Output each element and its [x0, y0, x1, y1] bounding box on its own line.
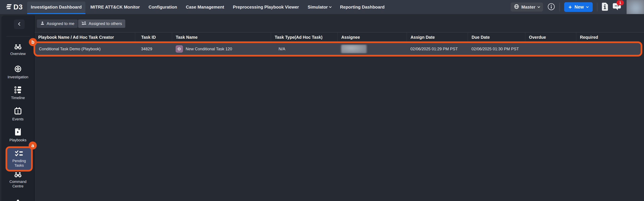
- release-notes-button[interactable]: [602, 2, 608, 12]
- table-row[interactable]: Conditional Task Demo (Playbook) 34829 N…: [35, 43, 641, 55]
- playbook-icon: [14, 128, 21, 136]
- task-name-text: New Conditional Task 120: [186, 46, 232, 51]
- column-header-assignee: Assignee: [338, 32, 407, 42]
- sidebar-item-events[interactable]: Events: [1, 107, 34, 121]
- column-header-task-name: Task Name: [172, 32, 271, 42]
- checklist-icon: [15, 150, 24, 157]
- sidebar-item-timeline[interactable]: Timeline: [1, 86, 34, 100]
- assignee-redacted: [341, 44, 366, 54]
- annotation-badge-b: b: [29, 38, 37, 46]
- sidebar-item-label: Playbooks: [10, 138, 26, 142]
- sidebar-divider: [6, 36, 30, 36]
- divider: [597, 3, 598, 12]
- tab-investigation-dashboard[interactable]: Investigation Dashboard: [27, 2, 85, 12]
- tab-label: Simulator: [308, 4, 328, 10]
- navbar-right-cluster: Master + New: [511, 0, 644, 14]
- sidebar-item-overview[interactable]: Overview: [1, 44, 34, 56]
- sidebar-item-investigation[interactable]: Investigation: [1, 65, 34, 79]
- sidebar-item-label: Timeline: [11, 96, 25, 100]
- globe-icon: [514, 4, 519, 10]
- sidebar-item-label: Command Centre: [8, 179, 28, 188]
- chevron-left-icon: [17, 22, 22, 27]
- sidebar-item-playbooks[interactable]: Playbooks: [1, 128, 34, 142]
- filter-label: Assigned to others: [88, 21, 122, 26]
- tab-mitre-attack-monitor[interactable]: MITRE ATT&CK Monitor: [87, 2, 144, 12]
- info-icon: [548, 3, 555, 11]
- notification-badge: 1: [616, 0, 624, 5]
- tab-configuration[interactable]: Configuration: [145, 2, 181, 12]
- chevron-down-icon: [586, 5, 589, 8]
- sidebar-item-label: Overview: [10, 52, 26, 56]
- annotation-badge-a: a: [29, 142, 37, 150]
- cell-task-type: N/A: [271, 46, 338, 51]
- column-header-required: Required: [576, 32, 644, 42]
- column-header-assign-date: Assign Date: [407, 32, 468, 42]
- tab-simulator[interactable]: Simulator: [304, 2, 335, 12]
- tab-label: Preprocessing Playbook Viewer: [233, 4, 299, 10]
- d3-logo[interactable]: D3: [6, 3, 23, 11]
- chat-notifications-button[interactable]: 1: [612, 3, 621, 11]
- column-header-task-id: Task ID: [135, 32, 172, 42]
- column-header-overdue: Overdue: [525, 32, 576, 42]
- people-group-icon: [82, 21, 86, 26]
- chevron-down-icon: [329, 5, 332, 8]
- pending-tasks-table-header: Playbook Name / Ad Hoc Task Creator Task…: [34, 32, 644, 42]
- tab-preprocessing-playbook-viewer[interactable]: Preprocessing Playbook Viewer: [229, 2, 302, 12]
- conditional-task-icon: [176, 45, 183, 53]
- sidebar-item-label: Investigation: [8, 75, 28, 79]
- binoculars-icon: [14, 44, 22, 50]
- target-icon: [14, 65, 22, 74]
- cell-due-date: 02/06/2025 01:30 PM PST: [468, 46, 525, 51]
- assignment-filter-group: Assigned to me Assigned to others: [37, 20, 125, 28]
- sidebar-collapse-button[interactable]: [14, 20, 25, 29]
- cell-task-id: 34829: [135, 46, 172, 51]
- info-button[interactable]: [548, 3, 555, 11]
- cell-task-name: New Conditional Task 120: [172, 45, 271, 53]
- calendar-alert-icon: [14, 107, 22, 116]
- divider: [560, 3, 560, 12]
- sidebar-item-label: Events: [12, 117, 24, 121]
- logo-text: D3: [14, 3, 23, 11]
- column-header-due-date: Due Date: [468, 32, 525, 42]
- tab-label: MITRE ATT&CK Monitor: [90, 4, 140, 10]
- environment-label: Master: [522, 4, 536, 10]
- tab-reporting-dashboard[interactable]: Reporting Dashboard: [336, 2, 388, 12]
- sidebar-item-pending-tasks[interactable]: Pending Tasks: [7, 148, 31, 170]
- assigned-to-others-button[interactable]: Assigned to others: [78, 20, 125, 28]
- nav-tabs: Investigation Dashboard MITRE ATT&CK Mon…: [27, 0, 388, 14]
- sidebar-next-item-partial-icon: [17, 200, 19, 201]
- filter-label: Assigned to me: [46, 21, 74, 26]
- user-avatar[interactable]: [626, 0, 644, 14]
- top-navbar: D3 Investigation Dashboard MITRE ATT&CK …: [0, 0, 644, 14]
- cell-assign-date: 02/06/2025 01:29 PM PST: [407, 46, 468, 51]
- binoculars-icon: [14, 172, 22, 178]
- avatar-blurred-image: [626, 0, 644, 14]
- sidebar-item-command-centre[interactable]: Command Centre: [1, 172, 34, 188]
- sidebar-item-label: Pending Tasks: [10, 158, 28, 168]
- plus-icon: +: [568, 4, 572, 10]
- timeline-icon: [14, 86, 22, 94]
- document-info-icon: [602, 2, 608, 12]
- column-header-playbook-name: Playbook Name / Ad Hoc Task Creator: [34, 32, 135, 42]
- new-button-label: New: [574, 4, 584, 10]
- app-root: D3 Investigation Dashboard MITRE ATT&CK …: [0, 0, 644, 201]
- cell-playbook-name: Conditional Task Demo (Playbook): [35, 46, 135, 51]
- person-icon: [40, 21, 44, 26]
- chevron-down-icon: [537, 5, 540, 8]
- tab-case-management[interactable]: Case Management: [182, 2, 228, 12]
- tab-label: Configuration: [148, 4, 177, 10]
- tab-label: Case Management: [186, 4, 224, 10]
- d3-logo-wing-icon: [6, 3, 12, 11]
- task-row-annotation-ring: Conditional Task Demo (Playbook) 34829 N…: [34, 42, 642, 56]
- column-header-task-type: Task Type(Ad Hoc Task): [271, 32, 338, 42]
- tab-label: Investigation Dashboard: [31, 4, 82, 10]
- environment-selector[interactable]: Master: [511, 2, 543, 12]
- pending-tasks-annotation-ring: Pending Tasks: [6, 146, 33, 172]
- assigned-to-me-button[interactable]: Assigned to me: [37, 20, 78, 28]
- tab-label: Reporting Dashboard: [340, 4, 384, 10]
- cell-assignee: [338, 44, 407, 54]
- new-button[interactable]: + New: [564, 2, 593, 12]
